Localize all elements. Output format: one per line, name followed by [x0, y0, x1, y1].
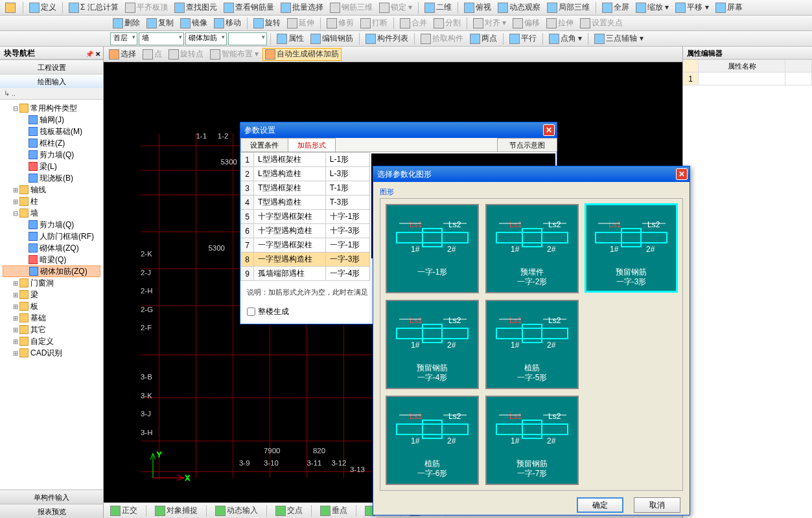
zoom-button[interactable]: 缩放 ▾: [633, 1, 671, 14]
move-button[interactable]: 移动: [211, 17, 244, 30]
offset-button[interactable]: 偏移: [510, 17, 542, 30]
tree-item[interactable]: ⊞其它: [3, 324, 100, 335]
tree-item[interactable]: ⊞轴线: [3, 184, 100, 196]
status-垂点[interactable]: 垂点: [318, 504, 350, 517]
delete-button[interactable]: 删除: [110, 17, 143, 30]
shape-card[interactable]: Ls1 Ls2 1# 2# 植筋一字-6形: [386, 396, 479, 485]
tree-item[interactable]: 剪力墙(Q): [3, 219, 100, 231]
shape-card[interactable]: Ls1 Ls2 1# 2# 一字-1形: [386, 204, 479, 293]
tree-item[interactable]: ⊞板: [3, 300, 100, 312]
tab-report-preview[interactable]: 报表预览: [0, 504, 103, 518]
rot-pt-button[interactable]: 旋转点: [166, 48, 206, 61]
cancel-button[interactable]: 取消: [634, 497, 680, 513]
param-row[interactable]: 4T型遇构造柱T-3形: [241, 196, 370, 210]
mirror-button[interactable]: 镜像: [178, 17, 210, 30]
break-button[interactable]: 打断: [358, 17, 390, 30]
tree-item[interactable]: 砌体加筋(ZQ): [3, 265, 100, 277]
grip-button[interactable]: 设置夹点: [577, 17, 625, 30]
rebar-3d-button[interactable]: 钢筋三维: [327, 1, 375, 14]
define-button[interactable]: 定义: [27, 1, 59, 14]
local-3d-button[interactable]: 局部三维: [544, 1, 592, 14]
auto-gen-masonry-button[interactable]: 自动生成砌体加筋: [262, 48, 342, 61]
param-row[interactable]: 9孤墙端部遇柱一字-4形: [241, 267, 370, 281]
param-row[interactable]: 1L型遇框架柱L-1形: [241, 153, 370, 167]
comp-list-button[interactable]: 构件列表: [363, 32, 411, 45]
select-button[interactable]: 选择: [106, 48, 139, 61]
expander-icon[interactable]: ⊞: [12, 338, 19, 345]
tab-reinforce-form[interactable]: 加筋形式: [288, 138, 336, 152]
home-icon[interactable]: [3, 1, 19, 14]
tab-node-diagram[interactable]: 节点示意图: [497, 138, 557, 152]
tree-item[interactable]: ⊞门窗洞: [3, 277, 100, 289]
tree-item[interactable]: ⊞CAD识别: [3, 347, 100, 359]
floor-dropdown[interactable]: 首层: [110, 32, 137, 45]
status-动态输入[interactable]: 动态输入: [213, 504, 261, 517]
param-dialog-title[interactable]: 参数设置 ✕: [240, 122, 557, 138]
expander-icon[interactable]: ⊞: [12, 280, 19, 287]
align-button[interactable]: 对齐 ▾: [470, 17, 509, 30]
expander-icon[interactable]: ⊞: [12, 198, 19, 205]
parallel-button[interactable]: 平行: [507, 32, 539, 45]
tab-single-input[interactable]: 单构件输入: [0, 490, 103, 504]
copy-button[interactable]: 复制: [144, 17, 176, 30]
tree-item[interactable]: 筏板基础(M): [3, 126, 100, 137]
status-正交[interactable]: 正交: [108, 504, 140, 517]
pick-comp-button[interactable]: 拾取构件: [418, 32, 466, 45]
pan-button[interactable]: 平移 ▾: [673, 1, 711, 14]
point-button[interactable]: 点: [140, 48, 165, 61]
expander-icon[interactable]: ⊞: [12, 186, 19, 194]
smart-layout-button[interactable]: 智能布置 ▾: [207, 48, 261, 61]
expander-icon[interactable]: ⊞: [12, 350, 19, 357]
param-row[interactable]: 5十字型遇框架柱十字-1形: [241, 210, 370, 224]
fullscreen-button[interactable]: 全屏: [599, 1, 632, 14]
pin-icon[interactable]: 📌 ✕: [86, 48, 100, 61]
prop-row-1[interactable]: 1: [683, 73, 699, 85]
checkbox-input[interactable]: [247, 308, 255, 316]
shape-card[interactable]: Ls1 Ls2 1# 2# 预留钢筋一字-4形: [386, 300, 479, 389]
category-dropdown[interactable]: 墙: [139, 32, 184, 45]
param-row[interactable]: 2L型遇构造柱L-3形: [241, 167, 370, 181]
type-dropdown[interactable]: 砌体加筋: [185, 32, 227, 45]
status-对象捕捉[interactable]: 对象捕捉: [152, 504, 200, 517]
tree-item[interactable]: ⊟墙: [3, 207, 100, 219]
lock-button[interactable]: 锁定 ▾: [377, 1, 415, 14]
tree-item[interactable]: 暗梁(Q): [3, 254, 100, 265]
trim-button[interactable]: 修剪: [324, 17, 356, 30]
expander-icon[interactable]: ⊟: [12, 105, 19, 112]
status-交点[interactable]: 交点: [273, 504, 305, 517]
props-button[interactable]: 属性: [274, 32, 307, 45]
split-button[interactable]: 分割: [431, 17, 463, 30]
shape-card[interactable]: Ls1 Ls2 1# 2# 预留钢筋一字-7形: [485, 396, 579, 485]
tree-item[interactable]: 砌体墙(ZQ): [3, 242, 100, 254]
expander-icon[interactable]: ⊞: [12, 291, 19, 298]
expander-icon[interactable]: ⊞: [12, 326, 19, 333]
sub-dropdown[interactable]: [228, 32, 267, 45]
tab-conditions[interactable]: 设置条件: [240, 138, 288, 152]
param-row[interactable]: 6十字型遇构造柱十字-3形: [241, 224, 370, 238]
ok-button[interactable]: 确定: [577, 497, 623, 513]
param-row[interactable]: 8一字型遇构造柱一字-3形: [241, 253, 370, 267]
2d-button[interactable]: 二维: [422, 1, 454, 14]
tab-draw-input[interactable]: 绘图输入: [0, 74, 103, 88]
top-view-button[interactable]: 俯视: [461, 1, 494, 14]
tree-item[interactable]: 剪力墙(Q): [3, 149, 100, 161]
shape-close-icon[interactable]: ✕: [676, 168, 688, 180]
batch-select-button[interactable]: 批量选择: [278, 1, 326, 14]
param-table[interactable]: 1L型遇框架柱L-1形2L型遇构造柱L-3形3T型遇框架柱T-1形4T型遇构造柱…: [240, 152, 370, 281]
tree-item[interactable]: 梁(L): [3, 161, 100, 172]
tree-item[interactable]: 框柱(Z): [3, 137, 100, 149]
two-pt-button[interactable]: 两点: [467, 32, 500, 45]
point-angle-button[interactable]: 点角 ▾: [546, 32, 585, 45]
expander-icon[interactable]: ⊟: [12, 210, 19, 217]
shape-dialog-title[interactable]: 选择参数化图形 ✕: [373, 166, 690, 182]
orbit-button[interactable]: 动态观察: [495, 1, 543, 14]
tree-item[interactable]: ⊟常用构件类型: [3, 102, 100, 114]
tree-item[interactable]: 轴网(J): [3, 114, 100, 126]
three-pt-button[interactable]: 三点辅轴 ▾: [592, 32, 645, 45]
align-slab-button[interactable]: 平齐板顶: [122, 1, 170, 14]
tree-item[interactable]: ⊞梁: [3, 289, 100, 300]
param-row[interactable]: 7一字型遇框架柱一字-1形: [241, 238, 370, 253]
view-rebar-button[interactable]: 查看钢筋量: [221, 1, 277, 14]
tab-project-settings[interactable]: 工程设置: [0, 60, 103, 74]
sum-calc-button[interactable]: Σ 汇总计算: [66, 1, 121, 14]
